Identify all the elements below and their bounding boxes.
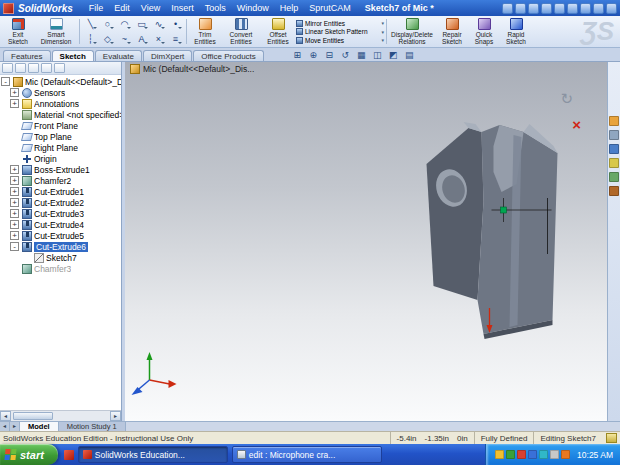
expander-icon[interactable]: + [10,88,19,97]
tab-model[interactable]: Model [20,422,59,431]
start-button[interactable]: start [0,444,58,465]
help-icon[interactable] [606,3,617,14]
tree-item-boss-extrude1[interactable]: + Boss-Extrude1 [0,164,121,175]
point-tool-icon[interactable]: • [167,17,184,32]
save-icon[interactable] [528,3,539,14]
expander-icon[interactable]: + [10,198,19,207]
feature-tree-tab-icon[interactable] [2,63,13,73]
tree-item-cut-extrude3[interactable]: + Cut-Extrude3 [0,208,121,219]
open-icon[interactable] [515,3,526,14]
previous-view-icon[interactable]: ↺ [339,49,352,61]
expander-icon[interactable]: + [10,220,19,229]
construction-tool-icon[interactable]: ≡ [167,32,184,47]
expander-icon[interactable]: - [1,77,10,86]
expander-icon[interactable]: + [10,231,19,240]
tree-item-right-plane[interactable]: Right Plane [0,142,121,153]
circle-tool-icon[interactable]: ○ [99,17,116,32]
dimxpert-manager-tab-icon[interactable] [41,63,52,73]
text-tool-icon[interactable]: A [133,32,150,47]
menu-help[interactable]: Help [275,2,304,14]
convert-entities-button[interactable]: Convert Entities [222,17,260,46]
file-explorer-icon[interactable] [609,144,619,154]
tab-dimxpert[interactable]: DimXpert [143,50,192,61]
taskbar-button-edit[interactable]: edit : Microphone cra... [232,446,382,463]
tab-scroll-left-icon[interactable]: ◂ [0,422,10,431]
menu-window[interactable]: Window [232,2,274,14]
zoom-area-icon[interactable]: ⊕ [307,49,320,61]
move-entities-button[interactable]: Move Entities ▾ [296,36,384,44]
new-document-icon[interactable] [502,3,513,14]
tree-item-annotations[interactable]: + Annotations [0,98,121,109]
confirm-sketch-icon[interactable]: ↻ [560,92,573,106]
zoom-fit-icon[interactable]: ⊞ [291,49,304,61]
trim-quick-icon[interactable]: × [150,32,167,47]
menu-edit[interactable]: Edit [109,2,135,14]
expander-icon[interactable]: + [10,99,19,108]
rebuild-icon[interactable] [580,3,591,14]
scrollbar-track[interactable] [11,411,110,421]
cancel-sketch-icon[interactable]: × [572,118,581,132]
mirror-entities-button[interactable]: Mirror Entities ▾ [296,19,384,27]
view-orientation-icon[interactable]: ◫ [371,49,384,61]
solidworks-resources-icon[interactable] [609,116,619,126]
offset-entities-button[interactable]: Offset Entities [261,17,295,46]
arc-tool-icon[interactable]: ◠ [116,17,133,32]
property-manager-tab-icon[interactable] [15,63,26,73]
tree-item-cut-extrude5[interactable]: + Cut-Extrude5 [0,230,121,241]
options-icon[interactable] [593,3,604,14]
tray-icon-4[interactable] [528,450,537,459]
configuration-manager-tab-icon[interactable] [28,63,39,73]
scrollbar-thumb[interactable] [13,412,53,420]
tree-item-chamfer2[interactable]: + Chamfer2 [0,175,121,186]
chevron-down-icon[interactable]: ▾ [381,29,384,35]
tab-evaluate[interactable]: Evaluate [95,50,142,61]
scroll-right-icon[interactable]: ▸ [110,411,121,421]
expander-icon[interactable]: - [10,242,19,251]
linear-sketch-pattern-button[interactable]: Linear Sketch Pattern ▾ [296,28,384,36]
tab-scroll-right-icon[interactable]: ▸ [10,422,20,431]
rapid-sketch-button[interactable]: Rapid Sketch [500,17,532,46]
tab-office-products[interactable]: Office Products [193,50,264,61]
tree-item-top-plane[interactable]: Top Plane [0,131,121,142]
tray-icon-1[interactable] [495,450,504,459]
menu-insert[interactable]: Insert [166,2,199,14]
palette-icon[interactable] [609,158,619,168]
redo-icon[interactable] [567,3,578,14]
hide-show-items-icon[interactable]: ▤ [403,49,416,61]
display-style-icon[interactable]: ◩ [387,49,400,61]
smart-dimension-button[interactable]: Smart Dimension [35,17,77,46]
tray-icon-7[interactable] [561,450,570,459]
menu-tools[interactable]: Tools [200,2,231,14]
trim-entities-button[interactable]: Trim Entities [189,17,221,46]
centerline-tool-icon[interactable]: ┆ [82,32,99,47]
line-tool-icon[interactable]: ╲ [82,17,99,32]
quick-tips-icon[interactable] [606,433,617,443]
polygon-tool-icon[interactable]: ◇ [99,32,116,47]
chevron-down-icon[interactable]: ▾ [381,37,384,43]
tree-item-cut-extrude6[interactable]: - Cut-Extrude6 [0,241,121,252]
print-icon[interactable] [541,3,552,14]
appearances-icon[interactable] [609,172,619,182]
custom-properties-icon[interactable] [609,186,619,196]
tree-item-material[interactable]: Material <not specified> [0,109,121,120]
expander-icon[interactable]: + [10,209,19,218]
ellipse-tool-icon[interactable]: ~ [116,32,133,47]
tree-item-front-plane[interactable]: Front Plane [0,120,121,131]
tray-icon-2[interactable] [506,450,515,459]
spline-tool-icon[interactable]: ∿ [150,17,167,32]
tab-features[interactable]: Features [3,50,51,61]
display-delete-relations-button[interactable]: Display/Delete Relations [389,17,435,46]
tree-item-cut-extrude4[interactable]: + Cut-Extrude4 [0,219,121,230]
expander-icon[interactable]: + [10,176,19,185]
expander-icon[interactable]: + [10,165,19,174]
graphics-viewport[interactable]: Mic (Default<<Default>_Dis... ↻ × [125,62,607,421]
tab-motion-study[interactable]: Motion Study 1 [59,422,126,431]
tray-icon-6[interactable] [550,450,559,459]
tree-item-chamfer3[interactable]: Chamfer3 [0,263,121,274]
scroll-left-icon[interactable]: ◂ [0,411,11,421]
section-view-icon[interactable]: ▦ [355,49,368,61]
zoom-out-icon[interactable]: ⊟ [323,49,336,61]
menu-view[interactable]: View [136,2,165,14]
quick-launch-icon[interactable] [64,450,74,460]
tree-item-root[interactable]: - Mic (Default<<Default>_Display St [0,76,121,87]
